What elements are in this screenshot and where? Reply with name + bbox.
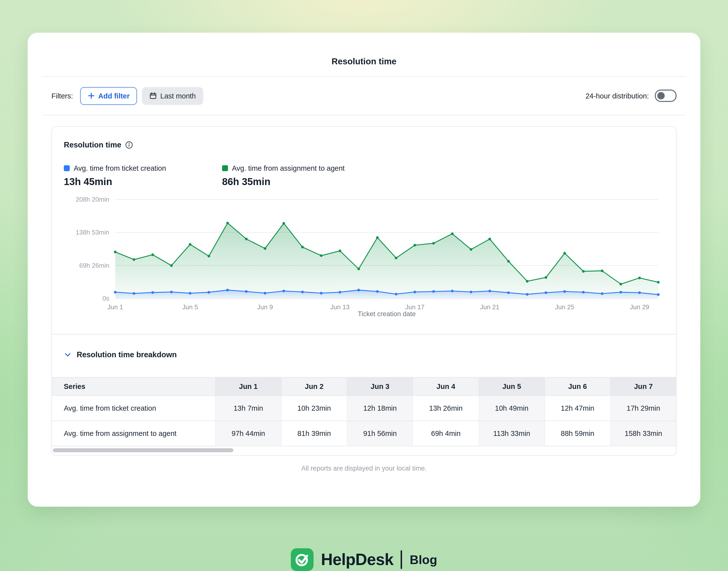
scrollbar-thumb[interactable] <box>53 448 234 452</box>
svg-text:Ticket creation date: Ticket creation date <box>358 310 416 318</box>
horizontal-scrollbar <box>53 448 675 453</box>
table-header-cell: Jun 5 <box>478 377 544 395</box>
svg-text:Jun 9: Jun 9 <box>257 303 273 311</box>
table-header-cell: Jun 6 <box>544 377 610 395</box>
svg-text:Jun 21: Jun 21 <box>480 303 499 311</box>
table-cell: 88h 59min <box>544 421 610 446</box>
table-cell: 10h 23min <box>281 396 347 421</box>
brand-footer: HelpDesk Blog <box>0 548 728 571</box>
svg-text:Jun 5: Jun 5 <box>182 303 198 311</box>
breakdown-table: SeriesJun 1Jun 2Jun 3Jun 4Jun 5Jun 6Jun … <box>52 377 676 446</box>
svg-text:Jun 13: Jun 13 <box>330 303 350 311</box>
table-cell: 12h 47min <box>544 396 610 421</box>
table-cell: 17h 29min <box>610 396 676 421</box>
resolution-time-chart: 0s69h 26min138h 53min208h 20minJun 1Jun … <box>64 195 665 319</box>
legend-item-ticket-creation: Avg. time from ticket creation 13h 45min <box>64 164 222 188</box>
svg-text:208h 20min: 208h 20min <box>76 196 109 203</box>
page-background: Resolution time Filters: Add filter Last… <box>0 0 728 571</box>
table-cell: 158h 33min <box>610 421 676 446</box>
add-filter-button[interactable]: Add filter <box>80 87 137 105</box>
svg-text:0s: 0s <box>103 295 109 302</box>
table-header-cell: Jun 7 <box>610 377 676 395</box>
local-time-note: All reports are displayed in your local … <box>28 465 700 472</box>
table-header-cell: Jun 4 <box>413 377 478 395</box>
svg-text:69h 26min: 69h 26min <box>80 262 109 269</box>
toggle-knob <box>657 92 665 99</box>
add-filter-label: Add filter <box>98 92 130 100</box>
svg-text:Jun 17: Jun 17 <box>405 303 425 311</box>
svg-text:Jun 29: Jun 29 <box>630 303 649 311</box>
legend-value: 86h 35min <box>222 176 380 188</box>
distribution-toggle-label: 24-hour distribution: <box>586 92 649 100</box>
table-cell: 13h 26min <box>413 396 478 421</box>
helpdesk-logo-icon <box>291 548 314 571</box>
table-cell: 12h 18min <box>347 396 413 421</box>
table-header-cell: Jun 2 <box>281 377 347 395</box>
table-row: Avg. time from assignment to agent97h 44… <box>52 421 676 446</box>
table-row-label: Avg. time from assignment to agent <box>52 421 215 446</box>
filters-label: Filters: <box>51 92 73 100</box>
breakdown-section-toggle[interactable]: Resolution time breakdown <box>52 335 676 377</box>
legend-label: Avg. time from ticket creation <box>74 164 166 172</box>
info-icon[interactable] <box>125 141 133 149</box>
date-range-button[interactable]: Last month <box>142 87 203 105</box>
table-header-series: Series <box>52 377 215 395</box>
svg-text:Jun 25: Jun 25 <box>555 303 574 311</box>
calendar-icon <box>149 92 157 99</box>
table-header-cell: Jun 3 <box>347 377 413 395</box>
filters-bar: Filters: Add filter Last month 24-hour d… <box>28 77 700 115</box>
report-card: Resolution time Filters: Add filter Last… <box>28 33 700 507</box>
date-range-label: Last month <box>160 92 196 100</box>
table-cell: 91h 56min <box>347 421 413 446</box>
chart-legend: Avg. time from ticket creation 13h 45min… <box>64 164 664 188</box>
table-cell: 10h 49min <box>478 396 544 421</box>
legend-swatch-green <box>222 165 228 171</box>
page-title: Resolution time <box>28 33 700 76</box>
legend-swatch-blue <box>64 165 70 171</box>
table-row: SeriesJun 1Jun 2Jun 3Jun 4Jun 5Jun 6Jun … <box>52 377 676 395</box>
legend-item-assignment: Avg. time from assignment to agent 86h 3… <box>222 164 380 188</box>
legend-label: Avg. time from assignment to agent <box>232 164 345 172</box>
breakdown-title: Resolution time breakdown <box>77 350 177 359</box>
chevron-down-icon <box>64 351 72 359</box>
brand-name: HelpDesk <box>321 550 394 569</box>
brand-suffix: Blog <box>410 552 437 567</box>
table-header-cell: Jun 1 <box>215 377 281 395</box>
table-cell: 97h 44min <box>215 421 281 446</box>
divider <box>42 115 686 115</box>
table-cell: 113h 33min <box>478 421 544 446</box>
svg-text:Jun 1: Jun 1 <box>107 303 123 311</box>
table-cell: 69h 4min <box>413 421 478 446</box>
panel-title: Resolution time <box>64 140 121 149</box>
table-cell: 81h 39min <box>281 421 347 446</box>
table-cell: 13h 7min <box>215 396 281 421</box>
svg-text:138h 53min: 138h 53min <box>76 229 109 236</box>
brand-divider <box>401 550 402 569</box>
plus-icon <box>87 92 95 99</box>
distribution-toggle[interactable] <box>655 90 677 102</box>
resolution-time-panel: Resolution time Avg. time from ticket cr… <box>51 126 677 456</box>
table-row: Avg. time from ticket creation13h 7min10… <box>52 395 676 421</box>
table-row-label: Avg. time from ticket creation <box>52 396 215 421</box>
legend-value: 13h 45min <box>64 176 222 188</box>
